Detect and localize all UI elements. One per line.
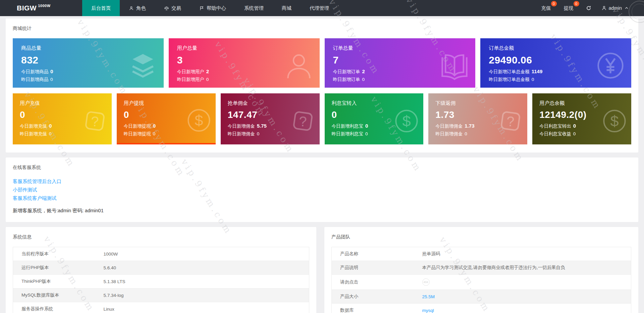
stat-subline: 昨日新增利息宝0 — [332, 131, 418, 137]
subline-value: 2 — [362, 69, 365, 74]
nav-item-1[interactable]: 后台首页 — [82, 0, 120, 16]
nav-item-2[interactable]: 角色 — [120, 0, 155, 16]
subline-value: 1.73 — [465, 123, 474, 129]
quick-link-2[interactable]: 提现0 — [559, 5, 578, 11]
stat-subline: 今日新增用户2 — [177, 69, 314, 75]
value-link[interactable]: mysql — [422, 308, 434, 313]
service-link-1[interactable]: 客服系统管理后台入口 — [13, 177, 61, 186]
top-navbar: BIGW1000W 后台首页角色交易帮助中心系统管理商城代理管理 充值0提现0 … — [0, 0, 644, 16]
row-label: 产品大小 — [332, 290, 414, 304]
row-label: 运行PHP版本 — [13, 261, 95, 275]
stats-row-2: 用户充值0今日新增充值0昨日新增充值0?用户提现0今日新增提现0昨日新增提现0$… — [13, 93, 631, 144]
nav-item-3[interactable]: 交易 — [155, 0, 190, 16]
stat-subline: 昨日新增订单0 — [333, 77, 470, 83]
row-label: 请勿点击 — [332, 275, 414, 290]
table-row: 产品名称抢单源码 — [332, 247, 631, 261]
subline-value: 0 — [206, 77, 209, 82]
subline-label: 今日新增佣金 — [435, 124, 463, 129]
service-panel: 在线客服系统 客服系统管理后台入口小部件测试客服系统客户端测试 新增客服系统，账… — [6, 158, 638, 222]
subline-label: 今日新增利息宝 — [332, 124, 364, 129]
brand-logo: BIGW1000W — [0, 0, 82, 16]
service-title: 在线客服系统 — [13, 165, 631, 171]
subline-label: 今日新增充值 — [20, 124, 47, 129]
notification-badge: 0 — [551, 1, 557, 6]
nav-item-label: 交易 — [171, 5, 181, 11]
subline-value: 0 — [362, 77, 365, 82]
stat-value: 147.47 — [228, 109, 314, 120]
user-menu[interactable]: admin — [599, 5, 632, 11]
stats-row-1: 商品总量832今日新增商品0昨日新增商品0用户总量3今日新增用户2昨日新增用户0… — [13, 38, 631, 88]
refresh-icon — [586, 5, 591, 11]
nav-item-5[interactable]: 系统管理 — [235, 0, 273, 16]
table-row: ThinkPHP版本5.1.38 LTS — [13, 275, 309, 288]
subline-value: 0 — [365, 123, 368, 129]
service-links: 客服系统管理后台入口小部件测试客服系统客户端测试 — [13, 177, 631, 203]
row-label: 当前程序版本 — [13, 247, 95, 261]
subline-label: 昨日新增商品 — [21, 77, 48, 82]
stat-title: 利息宝转入 — [332, 100, 418, 106]
brand-version: 1000W — [38, 4, 50, 8]
table-row: 服务器操作系统Linux — [13, 302, 309, 313]
subline-label: 昨日新增订单 — [333, 77, 360, 82]
nav-item-label: 系统管理 — [244, 5, 264, 11]
stat-title: 用户总量 — [177, 45, 314, 51]
subline-label: 昨日新增订单总金额 — [489, 77, 530, 82]
stat-value: 0 — [20, 109, 106, 120]
stat-card: 下级返佣1.73今日新增佣金1.73昨日新增佣金0? — [428, 93, 527, 144]
subline-value: 0 — [257, 131, 260, 136]
nav-item-7[interactable]: 代理管理 — [301, 0, 338, 16]
service-link-3[interactable]: 客服系统客户端测试 — [13, 194, 57, 203]
subline-value: 0 — [49, 123, 52, 129]
nav-item-label: 帮助中心 — [207, 5, 226, 11]
notification-badge: 0 — [574, 1, 579, 6]
subline-value: 0 — [153, 123, 156, 129]
brand-text: BIGW — [17, 4, 37, 12]
row-label: 产品名称 — [332, 247, 414, 261]
nav-item-6[interactable]: 商城 — [273, 0, 301, 16]
subline-value: 0 — [532, 77, 534, 82]
subline-value: 0 — [573, 123, 576, 129]
system-info-title: 系统信息 — [13, 234, 309, 240]
stat-value: 0 — [332, 109, 418, 120]
stat-subline: 今日利息宝收益0 — [539, 131, 625, 137]
stat-title: 下级返佣 — [435, 100, 521, 106]
scales-icon — [164, 6, 169, 11]
stat-value: 29490.06 — [489, 54, 625, 66]
stat-subline: 今日新增订单2 — [333, 69, 470, 75]
stat-subline: 今日利息宝转出0 — [539, 123, 625, 129]
nav-item-label: 后台首页 — [91, 5, 111, 11]
row-label: ThinkPHP版本 — [13, 275, 95, 288]
nav-item-label: 角色 — [136, 5, 146, 11]
service-link-2[interactable]: 小部件测试 — [13, 186, 37, 194]
quick-link-1[interactable]: 充值0 — [537, 5, 555, 11]
row-label: MySQL数据库版本 — [13, 288, 95, 302]
stat-card: 商品总量832今日新增商品0昨日新增商品0 — [13, 38, 164, 88]
stat-card: 利息宝转入0今日新增利息宝0昨日新增利息宝0$ — [325, 93, 424, 144]
row-value: 本产品只为学习测试交流,请勿要做商业或者用于违法行为,一切后果自负 — [414, 261, 631, 275]
subline-label: 昨日新增用户 — [177, 77, 204, 82]
stat-value: 12149.2(0) — [539, 109, 625, 120]
stat-card: 订单总量7今日新增订单2昨日新增订单0 — [325, 38, 476, 88]
stat-title: 用户总余额 — [539, 100, 625, 106]
subline-label: 今日新增提现 — [124, 124, 151, 129]
stat-subline: 今日新增佣金1.73 — [435, 123, 521, 129]
stat-subline: 今日新增提现0 — [124, 123, 210, 129]
row-value: 5.6.40 — [95, 261, 309, 275]
user-icon — [601, 5, 607, 11]
stat-subline: 昨日新增提现0 — [124, 131, 210, 137]
row-label: 数据库 — [332, 304, 414, 313]
stat-card: 抢单佣金147.47今日新增佣金5.75昨日新增佣金0? — [221, 93, 320, 144]
refresh-button[interactable] — [581, 5, 596, 11]
subline-label: 昨日新增佣金 — [435, 131, 463, 136]
table-row: 产品说明本产品只为学习测试交流,请勿要做商业或者用于违法行为,一切后果自负 — [332, 261, 631, 275]
subline-label: 昨日新增利息宝 — [332, 131, 364, 136]
main-menu: 后台首页角色交易帮助中心系统管理商城代理管理 — [82, 0, 338, 16]
nav-item-4[interactable]: 帮助中心 — [190, 0, 235, 16]
stat-subline: 昨日新增订单总金额0 — [489, 77, 625, 83]
nav-item-label: 商城 — [282, 5, 291, 11]
product-team-panel: 产品团队 产品名称抢单源码产品说明本产品只为学习测试交流,请勿要做商业或者用于违… — [324, 227, 638, 313]
value-link[interactable]: 25.5M — [422, 294, 435, 299]
subline-value: 2 — [206, 69, 209, 74]
table-row: MySQL数据库版本5.7.34-log — [13, 288, 309, 302]
stat-title: 用户充值 — [20, 100, 106, 106]
